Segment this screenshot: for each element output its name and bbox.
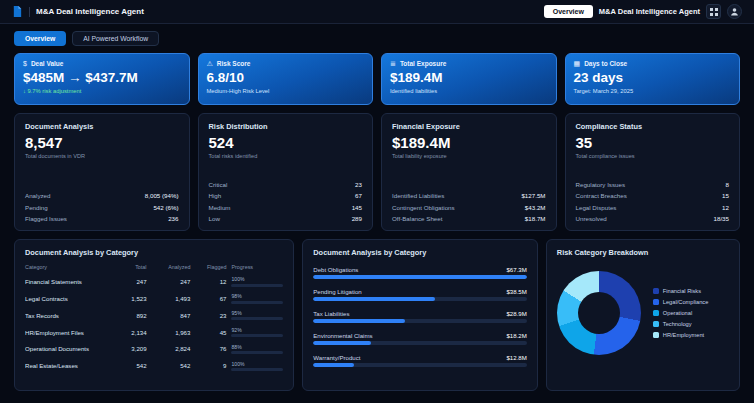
stat-row-value: 8,005 (94%) [145,192,179,199]
cell-category: Operational Documents [25,345,113,352]
topbar-divider [29,7,30,17]
stat-card-subtitle: Total risks identified [209,153,363,159]
apps-grid-icon[interactable] [706,4,721,19]
table-row: Financial Statements 247 247 12 100% [25,273,283,290]
stat-row-value: 15 [722,192,729,199]
bar-value: $38.5M [506,288,526,295]
exposure-bar-row: Tax Liabilities $28.9M [313,310,527,324]
donut-hole [578,292,620,334]
stat-card-rows: Regulatory Issues 8 Contract Breaches 15… [576,181,730,223]
document-category-table-card: Document Analysis by Category Category T… [14,239,294,391]
stat-row: Pending 542 (6%) [25,204,179,211]
stat-row-label: Flagged Issues [25,215,67,222]
stat-row-label: Legal Disputes [576,204,617,211]
stat-row-value: 8 [726,181,729,188]
cell-progress: 95% [231,310,283,321]
stat-row-label: Off-Balance Sheet [392,215,442,222]
progress-label: 92% [231,327,283,333]
bar-fill [313,363,354,367]
cell-category: Legal Contracts [25,295,113,302]
exposure-bar-row: Debt Obligations $67.3M [313,266,527,280]
cell-flagged: 76 [195,345,226,352]
legend-label: Operational [663,310,692,316]
user-avatar-icon[interactable] [727,4,742,19]
stat-row: Contract Breaches 15 [576,192,730,199]
stat-card-rows: Analyzed 8,005 (94%) Pending 542 (6%) Fl… [25,192,179,222]
kpi-value: $189.4M [390,70,548,85]
kpi-label: Deal Value [31,60,64,67]
kpi-label: Days to Close [584,60,627,67]
progress-label: 98% [231,293,283,299]
bar-value: $18.2M [506,332,526,339]
bar-label: Tax Liabilities [313,310,349,317]
cell-category: HR/Employment Files [25,329,113,336]
cell-progress: 100% [231,361,283,372]
stat-card-rows: Identified Liabilities $127.5M Contingen… [392,192,546,222]
document-logo-icon [12,3,23,21]
app-title: M&A Deal Intelligence Agent [36,7,144,16]
stat-card-risk-distribution: Risk Distribution 524 Total risks identi… [198,113,374,231]
stat-row: Low 289 [209,215,363,222]
progress-track [231,351,283,354]
table-row: Legal Contracts 1,523 1,493 67 98% [25,290,283,307]
progress-track [231,317,283,320]
cell-analyzed: 1,963 [152,329,191,336]
cell-analyzed: 2,824 [152,345,191,352]
progress-label: 95% [231,310,283,316]
stat-card-subtitle: Total documents in VDR [25,153,179,159]
legend-item-hr-employment: HR/Employment [653,332,709,338]
stat-row: High 67 [209,192,363,199]
stat-row-label: Low [209,215,220,222]
bar-head: Pending Litigation $38.5M [313,288,527,295]
stat-row: Unresolved 18/35 [576,215,730,222]
bar-value: $12.8M [506,354,526,361]
stat-row-value: 12 [722,204,729,211]
legend-label: HR/Employment [663,332,704,338]
cell-progress: 92% [231,327,283,338]
cell-category: Tax Records [25,312,113,319]
col-category: Category [25,264,113,270]
bar-track [313,275,527,279]
cell-flagged: 12 [195,278,226,285]
kpi-card-deal-value: $ Deal Value $485M → $437.7M ↓ 9.7% risk… [14,53,190,105]
stat-row-value: 289 [352,215,362,222]
liability-icon: ≣ [390,60,396,67]
bar-head: Tax Liabilities $28.9M [313,310,527,317]
cell-total: 542 [118,362,147,369]
kpi-header: ▦ Days to Close [574,60,732,67]
tab-overview[interactable]: Overview [14,31,66,46]
overview-button[interactable]: Overview [544,5,593,18]
legend-swatch [653,332,659,338]
exposure-bar-row: Pending Litigation $38.5M [313,288,527,302]
stat-card-subtitle: Total compliance issues [576,153,730,159]
stat-card-title: Compliance Status [576,122,730,131]
stat-card-document-analysis: Document Analysis 8,547 Total documents … [14,113,190,231]
donut-card-title: Risk Category Breakdown [557,248,729,257]
legend-item-operational: Operational [653,310,709,316]
bar-fill [313,319,405,323]
stat-row-value: $43.2M [525,204,546,211]
bar-track [313,341,527,345]
bar-label: Debt Obligations [313,266,358,273]
kpi-label: Risk Score [217,60,251,67]
progress-track [231,301,283,304]
kpi-card-risk-score: ⚠ Risk Score 6.8/10 Medium-High Risk Lev… [198,53,374,105]
table-row: Operational Documents 3,209 2,824 76 88% [25,341,283,358]
stat-card-title: Document Analysis [25,122,179,131]
table-body: Financial Statements 247 247 12 100% Leg… [25,273,283,374]
cell-flagged: 45 [195,329,226,336]
cell-total: 247 [118,278,147,285]
cell-analyzed: 847 [152,312,191,319]
kpi-value: 23 days [574,70,732,85]
progress-track [231,334,283,337]
stat-row-label: Critical [209,181,228,188]
risk-donut-card: Risk Category Breakdown Financial Risks … [546,239,740,391]
bars-card-title: Document Analysis by Category [313,248,527,257]
bar-head: Debt Obligations $67.3M [313,266,527,273]
stat-card-financial-exposure: Financial Exposure $189.4M Total liabili… [381,113,557,231]
tab-ai-powered-workflow[interactable]: AI Powered Workflow [72,31,159,46]
dollar-icon: $ [23,60,27,67]
stat-card-title: Financial Exposure [392,122,546,131]
cell-analyzed: 247 [152,278,191,285]
calendar-icon: ▦ [574,60,581,67]
